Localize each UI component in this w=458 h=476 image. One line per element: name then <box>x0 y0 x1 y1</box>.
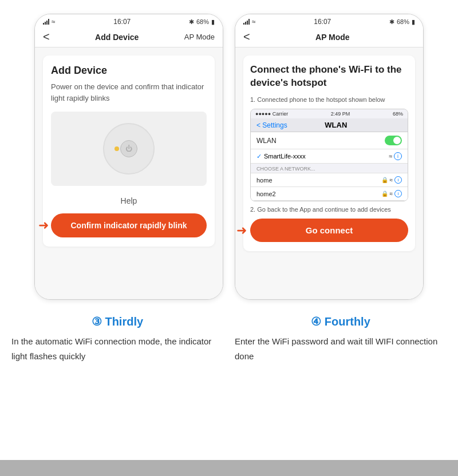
right-time: 16:07 <box>314 18 331 26</box>
arrow-left-icon: ➜ <box>38 218 49 233</box>
step4-description: Enter the WiFi password and wait till WI… <box>235 334 447 363</box>
home-wifi-icon: ≈ <box>390 177 393 183</box>
wlan-label: WLAN <box>256 137 277 145</box>
active-network-name: SmartLife-xxxx <box>264 153 306 160</box>
step3-label: Thirdly <box>105 315 143 328</box>
battery-icon: ▮ <box>211 18 215 26</box>
go-connect-wrap: ➜ Go connect <box>250 219 408 242</box>
step3-heading: ③ Thirdly <box>11 315 223 328</box>
phones-row: ≈ 16:07 ✱ 68% ▮ < Add Device AP Mode Add… <box>0 0 458 309</box>
home2-info-icon[interactable]: i <box>394 190 402 197</box>
step4-number: ④ <box>311 315 321 328</box>
inner-statusbar: ●●●●● Carrier 2:49 PM 68% <box>251 109 408 118</box>
power-icon: ⏻ <box>125 145 132 153</box>
wlan-toggle-knob <box>393 137 401 144</box>
active-info-icon[interactable]: i <box>394 152 402 160</box>
left-battery: ✱ 68% ▮ <box>189 18 215 26</box>
phone-left: ≈ 16:07 ✱ 68% ▮ < Add Device AP Mode Add… <box>34 14 223 300</box>
right-back-button[interactable]: < <box>243 30 250 43</box>
add-device-card: Add Device Power on the device and confi… <box>43 55 215 247</box>
wifi-settings-mockup: ●●●●● Carrier 2:49 PM 68% < Settings WLA… <box>250 109 408 201</box>
add-device-title: Add Device <box>51 65 207 77</box>
home-network-row[interactable]: home 🔒 ≈ i <box>251 173 408 187</box>
wlan-toggle[interactable] <box>385 136 402 145</box>
home-network-name: home <box>256 177 273 184</box>
home2-network-row[interactable]: home2 🔒 ≈ i <box>251 187 408 201</box>
home2-network-icons: 🔒 ≈ i <box>381 190 402 197</box>
inner-nav: < Settings WLAN <box>251 118 408 132</box>
battery-pct: 68% <box>196 18 209 25</box>
wlan-row: WLAN <box>251 132 408 149</box>
right-status-bar: ≈ 16:07 ✱ 68% ▮ <box>235 14 423 28</box>
left-nav-title: Add Device <box>95 33 139 42</box>
ap-card: Connect the phone's Wi-Fi to the device'… <box>243 55 415 251</box>
device-illustration: ⏻ <box>51 112 207 186</box>
device-circle-outer: ⏻ <box>103 123 155 174</box>
right-phone-body: Connect the phone's Wi-Fi to the device'… <box>235 47 423 299</box>
active-wifi-icon: ≈ <box>389 153 392 160</box>
right-bluetooth-icon: ✱ <box>389 18 394 26</box>
choose-network-header: CHOOSE A NETWORK... <box>251 164 408 173</box>
right-battery: ✱ 68% ▮ <box>389 18 415 26</box>
right-wifi-icon: ≈ <box>252 18 256 26</box>
right-navbar: < AP Mode <box>235 28 423 47</box>
device-circle-inner: ⏻ <box>120 140 137 157</box>
page-wrapper: ≈ 16:07 ✱ 68% ▮ < Add Device AP Mode Add… <box>0 0 458 476</box>
inner-settings-back[interactable]: < Settings <box>256 121 287 129</box>
step3-number: ③ <box>92 315 102 328</box>
help-text: Help <box>51 196 207 205</box>
bottom-bar <box>0 460 458 476</box>
confirm-button-wrap: ➜ Confirm indicator rapidly blink <box>51 213 207 237</box>
arrow-right-icon: ➜ <box>236 223 247 238</box>
left-signal: ≈ <box>43 18 56 26</box>
signal-bars-icon <box>43 19 49 25</box>
home2-wifi-icon: ≈ <box>390 191 393 197</box>
ap-card-title: Connect the phone's Wi-Fi to the device'… <box>250 64 408 90</box>
add-device-desc: Power on the device and confirm that ind… <box>51 81 207 104</box>
left-time: 16:07 <box>113 18 131 26</box>
inner-time: 2:49 PM <box>331 111 350 117</box>
step3-description: In the automatic WiFi connection mode, t… <box>11 334 223 363</box>
left-back-button[interactable]: < <box>43 30 50 43</box>
lock-icon: 🔒 <box>381 177 388 183</box>
home-network-icons: 🔒 ≈ i <box>381 176 402 184</box>
active-network-icons: ≈ i <box>389 152 402 160</box>
step4-label: Fourthly <box>325 315 370 328</box>
checkmark-icon: ✓ <box>256 153 262 160</box>
right-nav-title: AP Mode <box>315 33 350 42</box>
active-network-row[interactable]: ✓ SmartLife-xxxx ≈ i <box>251 149 408 164</box>
step4-heading: ④ Fourthly <box>235 315 447 328</box>
active-network-left: ✓ SmartLife-xxxx <box>256 153 306 160</box>
right-battery-icon: ▮ <box>412 18 415 26</box>
right-signal-bars-icon <box>243 19 250 25</box>
go-connect-button[interactable]: Go connect <box>250 219 408 242</box>
left-navbar: < Add Device AP Mode <box>35 28 223 47</box>
confirm-blink-button[interactable]: Confirm indicator rapidly blink <box>51 213 207 237</box>
left-nav-action[interactable]: AP Mode <box>184 33 215 41</box>
right-signal: ≈ <box>243 18 256 26</box>
wifi-icon: ≈ <box>52 18 56 26</box>
phone-right: ≈ 16:07 ✱ 68% ▮ < AP Mode Connect the ph… <box>235 14 424 300</box>
lock2-icon: 🔒 <box>381 191 388 197</box>
left-status-bar: ≈ 16:07 ✱ 68% ▮ <box>35 14 223 28</box>
ap-step2-label: 2. Go back to the App and continue to ad… <box>250 206 408 213</box>
inner-battery: 68% <box>393 111 403 117</box>
step3-col: ③ Thirdly In the automatic WiFi connecti… <box>11 315 223 363</box>
step4-col: ④ Fourthly Enter the WiFi password and w… <box>235 315 447 363</box>
device-dot <box>114 146 119 151</box>
right-battery-pct: 68% <box>397 18 409 25</box>
ap-step1-label: 1. Connected phone to the hotspot shown … <box>250 96 408 104</box>
inner-carrier: ●●●●● Carrier <box>255 111 288 117</box>
inner-wlan-title: WLAN <box>325 121 347 129</box>
left-phone-body: Add Device Power on the device and confi… <box>35 47 223 299</box>
home-info-icon[interactable]: i <box>394 176 402 184</box>
bottom-labels: ③ Thirdly In the automatic WiFi connecti… <box>0 309 458 363</box>
home2-network-name: home2 <box>256 191 276 197</box>
bluetooth-icon: ✱ <box>189 18 194 26</box>
